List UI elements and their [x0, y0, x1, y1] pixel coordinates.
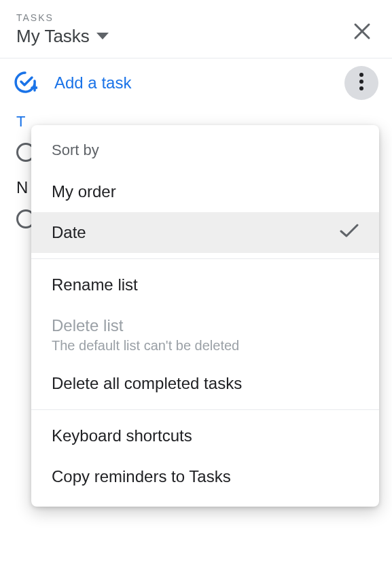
menu-item-rename-list[interactable]: Rename list [31, 265, 379, 305]
header-label: TASKS [16, 12, 376, 23]
list-name: My Tasks [16, 26, 90, 47]
menu-item-delete-list: Delete list [31, 305, 379, 337]
menu-divider [31, 258, 379, 259]
close-button[interactable] [349, 19, 376, 46]
options-menu: Sort by My order Date Rename list Delete… [31, 125, 379, 507]
svg-point-6 [359, 86, 363, 90]
more-vert-icon [359, 73, 363, 93]
menu-item-label: Date [52, 223, 86, 242]
menu-item-date[interactable]: Date [31, 212, 379, 253]
caret-down-icon [96, 33, 109, 41]
menu-item-delete-completed[interactable]: Delete all completed tasks [31, 363, 379, 404]
menu-item-label: Keyboard shortcuts [52, 426, 192, 445]
svg-point-4 [359, 73, 363, 77]
menu-item-subtext: The default list can't be deleted [31, 337, 379, 363]
menu-item-keyboard-shortcuts[interactable]: Keyboard shortcuts [31, 415, 379, 456]
close-icon [353, 22, 371, 43]
menu-item-copy-reminders[interactable]: Copy reminders to Tasks [31, 456, 379, 497]
menu-item-my-order[interactable]: My order [31, 171, 379, 212]
add-task-button[interactable]: Add a task [54, 73, 131, 92]
more-options-button[interactable] [344, 66, 378, 100]
menu-item-label: Rename list [52, 275, 138, 294]
menu-item-label: My order [52, 182, 116, 201]
check-icon [340, 223, 359, 242]
menu-item-label: Delete list [52, 316, 123, 335]
menu-divider [31, 409, 379, 410]
header: TASKS My Tasks [0, 0, 392, 58]
menu-section-header: Sort by [31, 135, 379, 171]
svg-point-5 [359, 80, 363, 84]
menu-item-label: Copy reminders to Tasks [52, 467, 231, 486]
menu-item-label: Delete all completed tasks [52, 374, 242, 393]
toolbar: Add a task [0, 58, 392, 107]
add-task-icon[interactable] [14, 71, 38, 95]
list-selector[interactable]: My Tasks [16, 26, 109, 47]
